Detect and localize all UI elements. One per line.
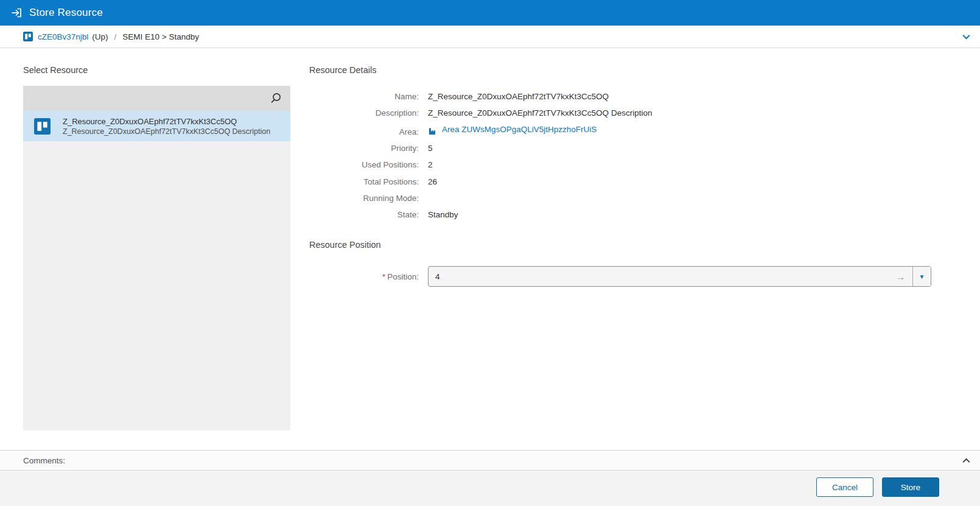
detail-label: Description:	[309, 105, 419, 121]
resource-details-panel: Resource Details Name: Z_Resource_Z0Dxux…	[309, 65, 931, 287]
store-resource-icon	[10, 7, 23, 19]
position-label: *Position:	[309, 272, 419, 281]
position-label-text: Position:	[387, 272, 419, 281]
resource-entity-icon	[34, 118, 51, 135]
detail-row-description: Description: Z_Resource_Z0DxuxOAEphf72tT…	[309, 105, 931, 121]
detail-label: Name:	[309, 88, 419, 105]
detail-value: Z_Resource_Z0DxuxOAEphf72tTV7kxKt3Cc5OQ …	[428, 105, 652, 121]
detail-row-name: Name: Z_Resource_Z0DxuxOAEphf72tTV7kxKt3…	[309, 88, 931, 105]
resource-details-heading: Resource Details	[309, 65, 931, 75]
resource-search-bar	[23, 86, 290, 111]
breadcrumb: cZE0Bv37njbl (Up) / SEMI E10 > Standby	[0, 26, 980, 48]
chevron-down-icon[interactable]	[961, 32, 971, 42]
position-dropdown-button[interactable]: ▼	[912, 267, 931, 286]
detail-row-priority: Priority: 5	[309, 140, 931, 156]
resource-entity-icon	[23, 32, 33, 41]
breadcrumb-entity-link[interactable]: cZE0Bv37njbl	[38, 32, 88, 41]
detail-row-area: Area: Area ZUWsMgsOPgaQLiV5jtHpzzhoFrUiS	[309, 121, 931, 140]
cancel-button[interactable]: Cancel	[816, 477, 873, 497]
resource-list: Z_Resource_Z0DxuxOAEphf72tTV7kxKt3Cc5OQ …	[23, 111, 290, 430]
page-title: Store Resource	[29, 7, 103, 19]
position-input[interactable]	[429, 267, 892, 286]
store-button[interactable]: Store	[882, 477, 939, 497]
resource-details-rows: Name: Z_Resource_Z0DxuxOAEphf72tTV7kxKt3…	[309, 88, 931, 223]
select-resource-panel: Select Resource Z_Resource_Z0DxuxOAEphf7…	[23, 65, 290, 430]
breadcrumb-separator: /	[114, 32, 117, 41]
detail-label: Area:	[309, 124, 419, 140]
comments-band: Comments:	[0, 450, 980, 471]
detail-label: State:	[309, 206, 419, 223]
search-icon[interactable]	[270, 92, 282, 105]
app-header: Store Resource	[0, 0, 980, 26]
detail-row-state: State: Standby	[309, 206, 931, 223]
detail-row-running-mode: Running Mode:	[309, 190, 931, 206]
detail-label: Priority:	[309, 140, 419, 156]
resource-list-item[interactable]: Z_Resource_Z0DxuxOAEphf72tTV7kxKt3Cc5OQ …	[23, 111, 290, 141]
detail-label: Used Positions:	[309, 156, 419, 173]
required-marker: *	[382, 272, 385, 281]
area-link[interactable]: Area ZUWsMgsOPgaQLiV5jtHpzzhoFrUiS	[428, 121, 597, 138]
detail-value: 26	[428, 174, 437, 190]
comments-label: Comments:	[23, 456, 65, 465]
area-factory-icon	[428, 126, 438, 136]
breadcrumb-up-suffix: (Up)	[92, 32, 108, 41]
go-to-icon[interactable]: →	[892, 272, 912, 282]
resource-item-title: Z_Resource_Z0DxuxOAEphf72tTV7kxKt3Cc5OQ	[63, 117, 270, 126]
area-link-label: Area ZUWsMgsOPgaQLiV5jtHpzzhoFrUiS	[442, 121, 597, 138]
detail-row-used-positions: Used Positions: 2	[309, 156, 931, 173]
detail-value: 2	[428, 156, 433, 173]
detail-value: Z_Resource_Z0DxuxOAEphf72tTV7kxKt3Cc5OQ	[428, 88, 609, 105]
chevron-up-icon[interactable]	[961, 455, 971, 466]
resource-item-description: Z_Resource_Z0DxuxOAEphf72tTV7kxKt3Cc5OQ …	[63, 127, 270, 136]
resource-position-heading: Resource Position	[309, 240, 931, 250]
dropdown-arrow-icon: ▼	[919, 273, 925, 280]
footer: Cancel Store	[0, 471, 980, 506]
resource-item-text: Z_Resource_Z0DxuxOAEphf72tTV7kxKt3Cc5OQ …	[63, 117, 270, 136]
detail-label: Total Positions:	[309, 174, 419, 190]
select-resource-heading: Select Resource	[23, 65, 290, 75]
position-field: → ▼	[428, 266, 931, 287]
detail-value: Standby	[428, 206, 458, 223]
detail-label: Running Mode:	[309, 190, 419, 206]
detail-value: 5	[428, 140, 433, 156]
resource-search-input[interactable]	[23, 86, 290, 111]
detail-row-total-positions: Total Positions: 26	[309, 174, 931, 190]
position-row: *Position: → ▼	[309, 266, 931, 287]
breadcrumb-state-path: SEMI E10 > Standby	[122, 32, 199, 41]
